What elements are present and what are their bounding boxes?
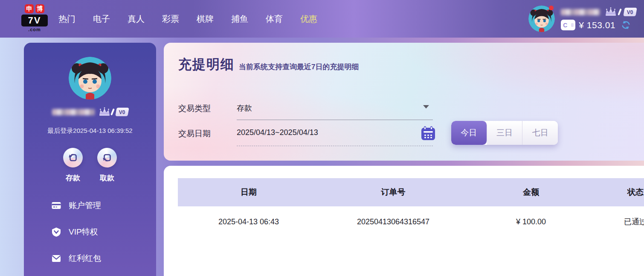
profile-vip-badge: V0 (115, 108, 129, 116)
col-order: 订单号 (319, 187, 467, 198)
deposit-label: 存款 (66, 173, 80, 183)
date-label: 交易日期 (178, 128, 211, 139)
nav-item-promo[interactable]: 优惠 (300, 13, 317, 25)
nav-item-sports[interactable]: 体育 (266, 13, 283, 25)
sidebar-item-account[interactable]: 账户管理 (51, 200, 156, 211)
type-underline (237, 120, 433, 120)
col-date: 日期 (178, 187, 319, 198)
profile-vip-slash-icon (110, 109, 115, 115)
nav-item-slots[interactable]: 电子 (93, 13, 110, 25)
range-today-button[interactable]: 今日 (451, 121, 487, 145)
cell-amount: ¥ 100.00 (467, 217, 595, 226)
date-underline (237, 146, 433, 146)
brand-seal-left: 申 (25, 4, 34, 13)
refresh-balance-icon[interactable] (621, 20, 631, 30)
type-select-value[interactable]: 存款 (237, 103, 252, 113)
page-title: 充提明细 (178, 56, 235, 73)
col-amount: 金额 (467, 187, 595, 198)
profile-username-blurred (52, 109, 95, 115)
profile-avatar (69, 57, 111, 100)
sidebar-item-bonus[interactable]: 红利红包 (51, 253, 156, 264)
deposit-arrow-icon (68, 153, 78, 163)
table-row: 2025-04-13 06:43 20250413064316547 ¥ 100… (178, 206, 644, 237)
user-avatar[interactable] (528, 6, 555, 32)
calendar-icon[interactable] (421, 126, 436, 141)
sidebar-item-vip-label: VIP特权 (69, 226, 98, 238)
sidebar-menu: 账户管理 VIP特权 红利红包 (24, 200, 156, 264)
red-envelope-icon (51, 253, 61, 264)
sidebar-item-bonus-label: 红利红包 (69, 253, 101, 264)
wallet-icon: C (561, 20, 575, 30)
user-area: V0 C ¥ 153.01 (528, 0, 636, 38)
nav-item-live[interactable]: 真人 (128, 13, 145, 25)
sidebar-item-vip[interactable]: VIP特权 (51, 226, 156, 238)
vip-level-badge: V0 (624, 8, 637, 16)
sidebar: V0 最后登录2025-04-13 06:39:52 存款 取款 账户 (24, 43, 156, 276)
withdraw-button[interactable]: 取款 (97, 148, 117, 183)
last-login-text: 最后登录2025-04-13 06:39:52 (24, 127, 156, 135)
bank-card-icon (51, 200, 61, 211)
username-blurred (561, 9, 600, 15)
brand-name: 7V (21, 15, 48, 26)
chevron-down-icon[interactable] (423, 105, 429, 109)
range-7day-button[interactable]: 七日 (522, 121, 558, 145)
vip-slash-icon (618, 9, 622, 15)
col-status: 状态 (595, 187, 644, 198)
withdraw-arrow-icon (102, 153, 112, 163)
filter-panel: 充提明细 当前系统支持查询最近7日的充提明细 交易类型 存款 交易日期 2025… (164, 43, 644, 161)
notification-dot-icon (549, 6, 554, 10)
top-nav: 申 博 7V .com 热门 电子 真人 彩票 棋牌 捕鱼 体育 优惠 V0 C (0, 0, 644, 38)
cell-status: 已通过 (595, 217, 644, 227)
date-range-tabs: 今日 三日 七日 (451, 121, 558, 145)
cell-date: 2025-04-13 06:43 (178, 217, 319, 226)
vip-shield-icon (51, 227, 61, 237)
balance-amount: ¥ 153.01 (579, 20, 615, 30)
cell-order: 20250413064316547 (319, 217, 467, 226)
main-menu: 热门 电子 真人 彩票 棋牌 捕鱼 体育 优惠 (58, 0, 317, 38)
range-3day-button[interactable]: 三日 (487, 121, 523, 145)
nav-item-fishing[interactable]: 捕鱼 (231, 13, 248, 25)
brand-seal-right: 博 (35, 4, 44, 13)
page-backdrop: V0 最后登录2025-04-13 06:39:52 存款 取款 账户 (0, 38, 644, 276)
date-range-value[interactable]: 2025/04/13~2025/04/13 (237, 128, 318, 137)
nav-item-hot[interactable]: 热门 (58, 13, 75, 25)
type-label: 交易类型 (178, 103, 211, 114)
vip-crown-icon (604, 7, 617, 17)
brand-logo[interactable]: 申 博 7V .com (21, 4, 48, 32)
records-panel: 日期 订单号 金额 状态 2025-04-13 06:43 2025041306… (164, 166, 644, 276)
nav-item-cards[interactable]: 棋牌 (197, 13, 214, 25)
nav-item-lottery[interactable]: 彩票 (162, 13, 179, 25)
brand-tld: .com (21, 27, 48, 32)
withdraw-label: 取款 (100, 173, 114, 183)
page-subtitle: 当前系统支持查询最近7日的充提明细 (239, 62, 359, 73)
table-header: 日期 订单号 金额 状态 (178, 178, 644, 206)
profile-crown-icon (98, 107, 111, 117)
deposit-button[interactable]: 存款 (63, 148, 83, 183)
sidebar-item-account-label: 账户管理 (69, 200, 101, 211)
